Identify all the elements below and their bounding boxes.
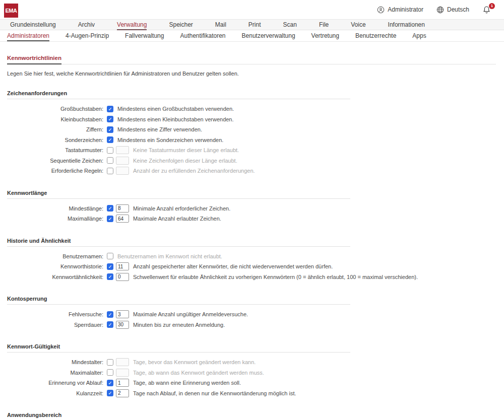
checkbox-mindestlänge[interactable] [107, 205, 113, 212]
setting-row-erforderliche-regeln: Erforderliche Regeln:Anzahl der zu erfül… [7, 166, 497, 176]
number-input-tastaturmuster [116, 146, 129, 154]
setting-row-großbuchstaben: Großbuchstaben:Mindestens einen Großbuch… [7, 104, 497, 114]
row-description: Benutzernamen im Kennwort nicht erlaubt. [117, 253, 222, 259]
primary-nav: GrundeinstellungArchivVerwaltungSpeicher… [0, 19, 504, 30]
subnav-tab-apps[interactable]: Apps [412, 31, 426, 40]
nav-tab-speicher[interactable]: Speicher [169, 20, 193, 29]
row-description: Mindestens einen Großbuchstaben verwende… [117, 106, 234, 112]
section-title: Kennwortlänge [7, 190, 497, 196]
checkbox-tastaturmuster[interactable] [107, 147, 113, 154]
checkbox-kulanzzeit[interactable] [107, 390, 113, 396]
subnav-tab-authentifikatoren[interactable]: Authentifikatoren [180, 31, 225, 40]
checkbox-großbuchstaben[interactable] [107, 106, 113, 112]
nav-tab-archiv[interactable]: Archiv [78, 20, 95, 29]
row-label: Erinnerung vor Ablauf: [7, 380, 103, 386]
number-input-fehlversuche[interactable] [116, 310, 129, 318]
nav-tab-grundeinstellung[interactable]: Grundeinstellung [10, 20, 56, 29]
setting-row-sonderzeichen: Sonderzeichen:Mindestens ein Sonderzeich… [7, 135, 497, 146]
row-label: Kulanzzeit: [7, 390, 103, 396]
number-input-sequentielle-zeichen [116, 157, 129, 165]
checkbox-kleinbuchstaben[interactable] [107, 116, 113, 122]
nav-tab-file[interactable]: File [319, 20, 329, 29]
checkbox-mindestalter[interactable] [107, 359, 113, 366]
nav-tab-mail[interactable]: Mail [215, 20, 226, 29]
subnav-tab-4-augen-prinzip[interactable]: 4-Augen-Prinzip [66, 31, 109, 40]
number-input-kennwortähnlichkeit[interactable] [116, 273, 129, 281]
notifications-button[interactable]: 1 [482, 6, 494, 14]
section-title: Zeichenanforderungen [7, 90, 497, 96]
setting-row-kennwortähnlichkeit: Kennwortähnlichkeit:Schwellenwert für er… [7, 272, 497, 283]
language-menu[interactable]: Deutsch [436, 6, 469, 14]
nav-tab-informationen[interactable]: Informationen [388, 20, 425, 29]
setting-row-fehlversuche: Fehlversuche:Maximale Anzahl ungültiger … [7, 309, 497, 320]
page-intro: Legen Sie hier fest, welche Kennwortrich… [7, 71, 497, 77]
nav-tab-voice[interactable]: Voice [351, 20, 365, 29]
settings-sections: ZeichenanforderungenGroßbuchstaben:Minde… [7, 90, 497, 420]
number-input-sperrdauer[interactable] [116, 321, 129, 329]
row-description: Tage nach Ablauf, in denen nur die Kennw… [133, 390, 296, 396]
checkbox-kennwortähnlichkeit[interactable] [107, 273, 113, 280]
row-label: Ziffern: [7, 126, 103, 132]
checkbox-erinnerung-vor-ablauf[interactable] [107, 380, 113, 386]
row-label: Sequentielle Zeichen: [7, 158, 103, 164]
checkbox-erforderliche-regeln[interactable] [107, 168, 113, 174]
row-description: Maximale Anzahl ungültiger Anmeldeversuc… [133, 311, 248, 317]
row-description: Tage, ab wann eine Erinnerung werden sol… [133, 380, 241, 386]
row-label: Mindestlänge: [7, 205, 103, 212]
checkbox-kennworthistorie[interactable] [107, 263, 113, 270]
row-label: Mindestalter: [7, 359, 103, 365]
row-label: Fehlversuche: [7, 311, 103, 317]
setting-row-maximalalter: Maximalalter:Tage, ab wann das Kennwort … [7, 368, 497, 378]
section-rows: Großbuchstaben:Mindestens einen Großbuch… [7, 99, 497, 176]
number-input-erinnerung-vor-ablauf[interactable] [116, 379, 129, 387]
number-input-kennworthistorie[interactable] [116, 262, 129, 270]
user-menu[interactable]: Administrator [377, 6, 423, 14]
tab-kennwortrichtlinien[interactable]: Kennwortrichtlinien [7, 55, 61, 64]
number-input-maximallänge[interactable] [116, 215, 129, 223]
section-rows: Benutzernamen:Benutzernamen im Kennwort … [7, 247, 497, 283]
section-anwendungsbereich: AnwendungsbereichFür Benutzer:Kennwortre… [7, 412, 497, 420]
row-label: Maximallänge: [7, 216, 103, 222]
number-input-kulanzzeit[interactable] [116, 389, 129, 397]
row-label: Maximalalter: [7, 370, 103, 376]
user-label: Administrator [388, 6, 423, 13]
subnav-tab-administratoren[interactable]: Administratoren [7, 31, 49, 41]
checkbox-fehlversuche[interactable] [107, 311, 113, 318]
row-description: Mindestens eine Ziffer verwenden. [117, 126, 202, 132]
number-input-mindestlänge[interactable] [116, 204, 129, 213]
row-description: Anzahl gespeicherter alter Kennwörter, d… [133, 263, 333, 269]
nav-tab-scan[interactable]: Scan [283, 20, 297, 29]
setting-row-kulanzzeit: Kulanzzeit:Tage nach Ablauf, in denen nu… [7, 388, 497, 399]
row-label: Kleinbuchstaben: [7, 116, 103, 122]
row-label: Kennworthistorie: [7, 263, 103, 269]
checkbox-sonderzeichen[interactable] [107, 136, 113, 143]
row-description: Maximale Anzahl erlaubter Zeichen. [133, 216, 221, 222]
row-description: Anzahl der zu erfüllenden Zeichenanforde… [133, 168, 255, 174]
subnav-tab-benutzerrechte[interactable]: Benutzerrechte [355, 31, 396, 40]
section-rows: Mindestlänge:Minimale Anzahl erforderlic… [7, 199, 497, 224]
notification-badge: 1 [489, 3, 495, 9]
top-header: EMA Administrator Deutsch [0, 0, 504, 19]
row-description: Minuten bis zur erneuten Anmeldung. [133, 322, 225, 328]
row-description: Mindestens ein Sonderzeichen verwenden. [117, 137, 223, 143]
app-logo[interactable]: EMA [4, 4, 18, 18]
checkbox-sequentielle-zeichen[interactable] [107, 157, 113, 164]
row-description: Keine Tastaturmuster dieser Länge erlaub… [133, 147, 239, 153]
checkbox-maximalalter[interactable] [107, 369, 113, 376]
checkbox-maximallänge[interactable] [107, 216, 113, 222]
row-description: Tage, ab wann das Kennwort geändert werd… [133, 370, 264, 376]
subnav-tab-fallverwaltung[interactable]: Fallverwaltung [125, 31, 164, 40]
row-label: Benutzernamen: [7, 253, 103, 259]
nav-tab-print[interactable]: Print [248, 20, 261, 29]
subnav-tab-vertretung[interactable]: Vertretung [311, 31, 339, 40]
subnav-tab-benutzerverwaltung[interactable]: Benutzerverwaltung [242, 31, 295, 40]
nav-tab-verwaltung[interactable]: Verwaltung [117, 20, 147, 30]
language-label: Deutsch [447, 6, 469, 13]
setting-row-kennworthistorie: Kennworthistorie:Anzahl gespeicherter al… [7, 261, 497, 272]
checkbox-benutzernamen[interactable] [107, 253, 113, 259]
row-description: Schwellenwert für erlaubte Ähnlichkeit z… [133, 274, 418, 280]
checkbox-ziffern[interactable] [107, 126, 113, 133]
section-kontosperrung: KontosperrungFehlversuche:Maximale Anzah… [7, 296, 497, 330]
checkbox-sperrdauer[interactable] [107, 321, 113, 328]
section-historie-und-ähnlichkeit: Historie und ÄhnlichkeitBenutzernamen:Be… [7, 238, 497, 283]
